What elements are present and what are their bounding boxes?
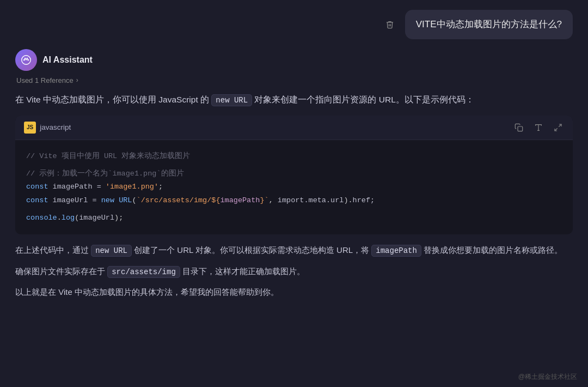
delete-message-button[interactable] [381,16,399,33]
intro-text-before-code: 在 Vite 中动态加载图片，你可以使用 JavaScript 的 [15,95,209,104]
inline-code-new-url-2: new URL [91,245,132,257]
expl1-pre: 在上述代码中，通过 [15,245,89,255]
user-message-text: VITE中动态加载图片的方法是什么? [416,19,562,29]
wrap-icon[interactable] [532,122,544,134]
intro-text-after-code: 对象来创建一个指向图片资源的 URL。以下是示例代码： [254,95,474,104]
code-content: // Vite 项目中使用 URL 对象来动态加载图片 // 示例：加载一个名为… [15,140,573,234]
expl1-end: 替换成你想要加载的图片名称或路径。 [424,245,562,255]
expl2-end: 目录下，这样才能正确加载图片。 [182,267,305,276]
expl1-mid: 创建了一个 URL 对象。你可以根据实际需求动态地构造 URL，将 [134,245,369,255]
intro-paragraph: 在 Vite 中动态加载图片，你可以使用 JavaScript 的 new UR… [15,92,573,107]
inline-code-imagepath: imagePath [371,245,421,257]
conclusion-text: 以上就是在 Vite 中动态加载图片的具体方法，希望我的回答能帮助到你。 [15,285,573,299]
code-gap-1 [26,163,562,167]
code-block-header: JS javascript [15,116,573,140]
user-message-bubble: VITE中动态加载图片的方法是什么? [405,10,573,39]
svg-point-1 [23,59,25,61]
avatar [15,49,37,71]
svg-line-7 [555,128,558,131]
code-block: JS javascript [15,116,573,234]
ai-response-body: 在 Vite 中动态加载图片，你可以使用 JavaScript 的 new UR… [15,92,573,300]
ai-name-label: AI Assistant [42,55,93,65]
watermark: @稀土掘金技术社区 [518,372,577,382]
inline-code-new-url-1: new URL [211,94,252,106]
explanation-1: 在上述代码中，通过 new URL 创建了一个 URL 对象。你可以根据实际需求… [15,243,573,258]
code-line-2: // 示例：加载一个名为`image1.png`的图片 [26,167,562,180]
page-container: VITE中动态加载图片的方法是什么? AI Assistant Used 1 R… [0,0,588,387]
code-line-3: const imagePath = 'image1.png'; [26,180,562,194]
code-line-4: const imageUrl = new URL(`/src/assets/im… [26,194,562,207]
explanation-2: 确保图片文件实际存在于 src/assets/img 目录下，这样才能正确加载图… [15,264,573,279]
svg-line-6 [559,124,561,127]
reference-line[interactable]: Used 1 Reference › [16,76,573,84]
code-gap-2 [26,207,562,211]
js-badge: JS [24,122,36,134]
ai-header: AI Assistant [15,49,573,71]
user-message-area: VITE中动态加载图片的方法是什么? [0,0,588,49]
svg-point-2 [27,59,29,61]
lang-name: javascript [40,121,71,134]
expand-icon[interactable] [552,122,564,134]
code-line-5: console.log(imageUrl); [26,211,562,225]
code-line-1: // Vite 项目中使用 URL 对象来动态加载图片 [26,150,562,163]
inline-code-src-assets: src/assets/img [107,266,180,278]
svg-rect-3 [518,126,523,131]
code-lang-label: JS javascript [24,121,71,134]
ai-response-area: AI Assistant Used 1 Reference › 在 Vite 中… [0,49,588,300]
chevron-right-icon: › [76,76,78,84]
code-actions [513,122,564,134]
expl2-pre: 确保图片文件实际存在于 [15,267,105,276]
reference-text: Used 1 Reference [16,76,74,84]
copy-icon[interactable] [513,122,525,134]
